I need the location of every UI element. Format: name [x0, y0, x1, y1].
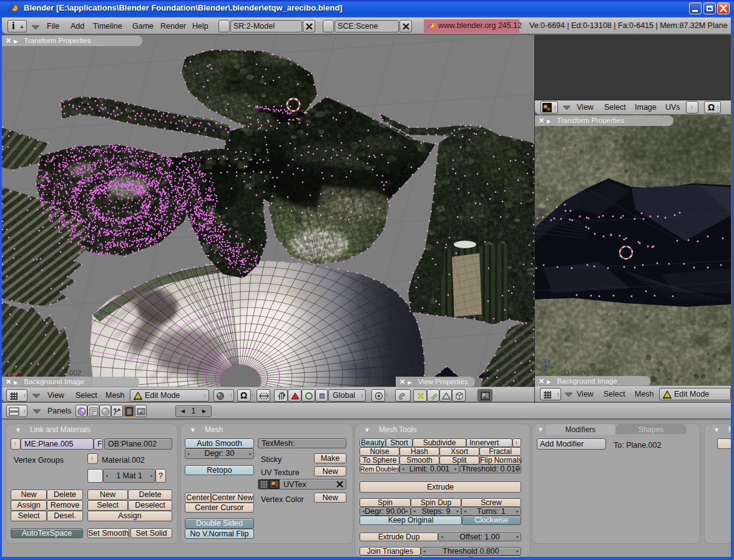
svg-text:z: z: [543, 357, 546, 364]
svg-text:y: y: [14, 363, 17, 369]
svg-text:y: y: [554, 363, 557, 369]
